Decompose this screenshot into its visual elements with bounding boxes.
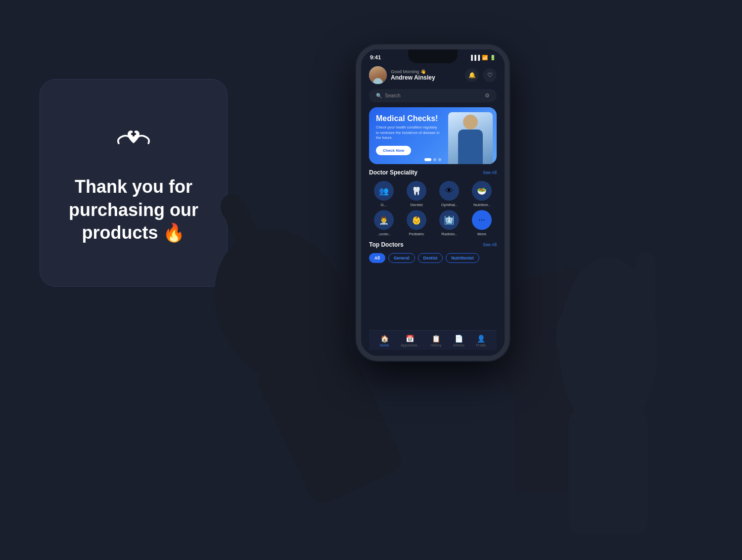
phone-notch	[408, 49, 458, 63]
history-icon: 📋	[432, 335, 440, 343]
top-doctors-title: Top Doctors	[369, 241, 404, 248]
phone-screen: 9:41 ▐▐▐ 📶 🔋 Good Morning 👋	[361, 49, 505, 356]
more-icon: ···	[472, 210, 492, 230]
header-icons[interactable]: 🔔 ♡	[465, 68, 497, 82]
tab-nutritionist[interactable]: Nutritionist	[446, 253, 479, 263]
specialty-pediatric[interactable]: 👶 Pediatric	[402, 210, 431, 236]
svg-rect-20	[636, 252, 655, 321]
notification-icon: 🔔	[468, 72, 476, 79]
nutritionist-label: Nutrition..	[473, 203, 490, 207]
history-label: History	[431, 344, 442, 347]
greeting-block: Good Morning 👋 Andrew Ainsley	[391, 69, 435, 81]
user-info: Good Morning 👋 Andrew Ainsley	[369, 66, 435, 84]
urology-icon: 👨‍⚕️	[374, 210, 394, 230]
nav-history[interactable]: 📋 History	[431, 335, 442, 347]
wifi-icon: 📶	[482, 55, 488, 60]
search-placeholder: Search	[385, 93, 401, 98]
pediatric-label: Pediatric	[409, 232, 424, 236]
status-time: 9:41	[370, 54, 381, 60]
status-icons: ▐▐▐ 📶 🔋	[469, 55, 496, 60]
avatar	[369, 66, 387, 84]
articles-label: Articles	[453, 344, 464, 347]
nav-home[interactable]: 🏠 Home	[380, 335, 389, 347]
specialty-section-header: Doctor Speciality See All	[369, 169, 497, 176]
app-content: Good Morning 👋 Andrew Ainsley 🔔 ♡	[361, 62, 505, 354]
search-bar[interactable]: 🔍 Search ⚙	[369, 89, 497, 102]
appointment-icon: 📅	[406, 335, 414, 343]
user-name: Andrew Ainsley	[391, 74, 435, 81]
banner-description: Check your health condition regularly to…	[376, 125, 440, 141]
pediatric-icon: 👶	[407, 210, 426, 230]
medical-checks-banner: Medical Checks! Check your health condit…	[369, 107, 497, 164]
tab-all[interactable]: All	[369, 253, 385, 263]
notification-button[interactable]: 🔔	[465, 68, 479, 82]
specialty-grid: 👥 G... 🦷 Dentist 👁 Ophthal.. 🥗 Nutrition…	[369, 181, 497, 236]
favorites-button[interactable]: ♡	[483, 68, 497, 82]
specialty-nutritionist[interactable]: 🥗 Nutrition..	[467, 181, 497, 207]
bottom-navigation: 🏠 Home 📅 Appointme.. 📋 History 📄 Article…	[369, 330, 497, 350]
specialty-title: Doctor Speciality	[369, 169, 417, 176]
app-icon	[114, 121, 153, 161]
nav-articles[interactable]: 📄 Articles	[453, 335, 464, 347]
phone-container: 9:41 ▐▐▐ 📶 🔋 Good Morning 👋	[287, 30, 465, 386]
dentist-label: Dentist	[411, 203, 423, 207]
appointment-label: Appointme..	[401, 344, 419, 347]
dot-3	[438, 158, 441, 161]
doctor-illustration	[448, 112, 493, 164]
profile-icon: 👤	[477, 335, 485, 343]
nutritionist-icon: 🥗	[472, 181, 492, 201]
dot-2	[433, 158, 436, 161]
specialty-urology[interactable]: 👨‍⚕️ ..urolo..	[369, 210, 399, 236]
filter-icon[interactable]: ⚙	[485, 92, 490, 99]
heart-icon: ♡	[487, 72, 493, 79]
avatar-image	[369, 66, 387, 84]
radiology-label: Radiolo..	[441, 232, 457, 236]
top-doctors-see-all[interactable]: See All	[483, 242, 497, 247]
tab-dentist[interactable]: Dentist	[418, 253, 443, 263]
dot-1	[424, 158, 431, 161]
svg-rect-1	[131, 133, 136, 135]
specialty-see-all[interactable]: See All	[483, 170, 497, 175]
signal-icon: ▐▐▐	[469, 55, 480, 60]
general-icon: 👥	[374, 181, 394, 201]
nav-profile[interactable]: 👤 Profile	[476, 335, 486, 347]
phone-frame: 9:41 ▐▐▐ 📶 🔋 Good Morning 👋	[356, 44, 510, 361]
specialty-more[interactable]: ··· More	[467, 210, 497, 236]
specialty-dentist[interactable]: 🦷 Dentist	[402, 181, 431, 207]
greeting-text: Good Morning 👋	[391, 69, 435, 74]
check-now-button[interactable]: Check Now	[376, 146, 411, 155]
home-label: Home	[380, 344, 389, 347]
ophthalmologist-label: Ophthal..	[441, 203, 457, 207]
urology-label: ..urolo..	[377, 232, 391, 236]
specialty-general[interactable]: 👥 G...	[369, 181, 399, 207]
battery-icon: 🔋	[490, 55, 496, 60]
doctor-filter-tabs[interactable]: All General Dentist Nutritionist	[369, 253, 497, 263]
svg-rect-22	[569, 410, 648, 534]
articles-icon: 📄	[455, 335, 463, 343]
specialty-radiology[interactable]: 🩻 Radiolo..	[434, 210, 464, 236]
ophthalmologist-icon: 👁	[439, 181, 459, 201]
radiology-icon: 🩻	[439, 210, 459, 230]
top-doctors-header: Top Doctors See All	[369, 241, 497, 248]
app-header: Good Morning 👋 Andrew Ainsley 🔔 ♡	[369, 66, 497, 84]
profile-label: Profile	[476, 344, 486, 347]
dentist-icon: 🦷	[407, 181, 426, 201]
more-label: More	[477, 232, 486, 236]
general-label: G...	[381, 203, 387, 207]
specialty-ophthalmologist[interactable]: 👁 Ophthal..	[434, 181, 464, 207]
nav-appointment[interactable]: 📅 Appointme..	[401, 335, 419, 347]
tab-general[interactable]: General	[388, 253, 415, 263]
search-icon: 🔍	[376, 93, 382, 98]
home-icon: 🏠	[380, 335, 389, 343]
